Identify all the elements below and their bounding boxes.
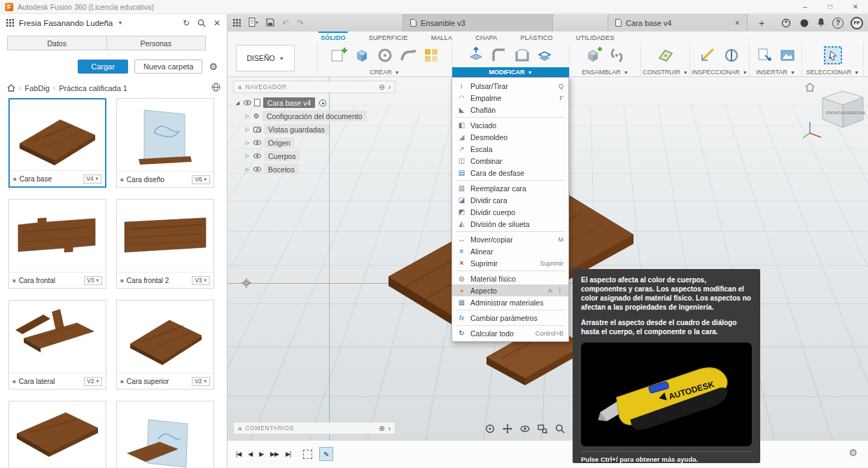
tab-malla[interactable]: MALLA xyxy=(429,32,455,41)
extrude-icon[interactable] xyxy=(353,46,371,64)
tab-chapa[interactable]: CHAPA xyxy=(473,32,499,41)
notifications-bell-icon[interactable] xyxy=(817,17,825,29)
expand-panel-icon[interactable]: › xyxy=(388,83,391,91)
offset-face-icon[interactable] xyxy=(536,46,554,64)
group-label-modificar[interactable]: MODIFICAR▼ xyxy=(452,67,569,77)
show-data-panel-icon[interactable] xyxy=(233,19,241,27)
version-dropdown[interactable]: V3▼ xyxy=(192,276,210,285)
breadcrumb-current[interactable]: Práctica calificada 1 xyxy=(59,84,127,92)
comments-panel-header[interactable]: « COMENTARIOS ⊕ › xyxy=(233,422,396,434)
tab-utilidades[interactable]: UTILIDADES xyxy=(574,32,617,41)
collapsed-triangle-icon[interactable]: ▷ xyxy=(244,167,251,172)
menu-item-chaflan[interactable]: Chaflán xyxy=(452,104,568,116)
collapsed-triangle-icon[interactable]: ▷ xyxy=(244,127,251,132)
timeline-sketch-feature-icon[interactable]: ✎ xyxy=(319,447,333,461)
file-card-cara-diseno[interactable]: ■Cara diseñoV6▼ xyxy=(116,98,214,188)
new-sketch-icon[interactable] xyxy=(330,46,348,64)
menu-item-calcular-todo[interactable]: Calcular todoControl+B xyxy=(452,327,568,339)
group-label-ensamblar[interactable]: ENSAMBLAR▼ xyxy=(570,67,640,77)
play-button[interactable]: ▶ xyxy=(259,450,263,457)
step-back-button[interactable]: ◀ xyxy=(248,450,252,457)
pattern-icon[interactable] xyxy=(422,46,440,64)
undo-icon[interactable]: ↶ xyxy=(282,19,289,27)
user-menu-caret-icon[interactable]: ▼ xyxy=(118,20,122,25)
menu-item-pulsar-tirar[interactable]: Pulsar/TirarQ xyxy=(452,80,568,92)
menu-item-desmoldeo[interactable]: Desmoldeo xyxy=(452,131,568,143)
job-status-icon[interactable] xyxy=(799,18,810,29)
search-icon[interactable] xyxy=(197,19,206,27)
tree-root-row[interactable]: ◢ Cara base v4 xyxy=(234,96,367,109)
tree-node-label[interactable]: Bocetos xyxy=(264,164,299,174)
expand-panel-icon2[interactable]: ⊕ xyxy=(379,425,384,432)
avatar[interactable]: FF xyxy=(850,17,863,29)
file-card-cara-frontal-2[interactable]: ■Cara frontal 2V3▼ xyxy=(116,199,214,289)
step-forward-button[interactable]: ▶▶ xyxy=(270,450,279,457)
expand-panel-icon[interactable]: › xyxy=(388,425,391,432)
minimize-button[interactable]: – xyxy=(792,0,818,14)
version-dropdown[interactable]: V2▼ xyxy=(84,377,102,386)
visibility-eye-icon[interactable] xyxy=(253,140,261,145)
more-options-icon[interactable]: ⋮ xyxy=(556,287,564,294)
version-dropdown[interactable]: V4▼ xyxy=(83,174,102,184)
help-icon[interactable]: ? xyxy=(832,18,844,29)
minimize-panel-icon[interactable]: ⊖ xyxy=(379,83,384,91)
version-dropdown[interactable]: V3▼ xyxy=(84,276,102,285)
shell-icon[interactable] xyxy=(513,46,531,64)
measure-icon[interactable] xyxy=(699,46,718,64)
tree-root-label[interactable]: Cara base v4 xyxy=(263,97,315,108)
collapse-left-icon[interactable]: « xyxy=(238,83,242,91)
fillet-icon[interactable] xyxy=(490,46,508,64)
go-to-start-button[interactable]: |◀ xyxy=(236,450,241,457)
expand-triangle-icon[interactable]: ◢ xyxy=(234,100,241,106)
file-card-cara-superior[interactable]: ■Cara superiorV2▼ xyxy=(116,300,214,390)
construction-plane-icon[interactable] xyxy=(657,46,675,64)
update-status-icon[interactable] xyxy=(780,18,792,29)
zoom-window-icon[interactable] xyxy=(538,424,547,434)
group-label-inspeccionar[interactable]: INSPECCIONAR▼ xyxy=(690,67,749,77)
home-icon[interactable] xyxy=(7,84,15,92)
tab-close-icon[interactable]: ✕ xyxy=(729,20,740,27)
menu-item-combinar[interactable]: Combinar xyxy=(452,155,568,167)
view-cube[interactable]: FRONTAL DERECHA xyxy=(803,83,868,142)
menu-item-suprimir[interactable]: SuprimirSuprimir xyxy=(452,257,568,269)
breadcrumb-root[interactable]: FabDig xyxy=(24,84,49,92)
tree-node-label[interactable]: Configuración del documento xyxy=(262,111,367,121)
tree-node-named-views[interactable]: ▷ Vistas guardadas xyxy=(244,123,367,136)
new-folder-button[interactable]: Nueva carpeta xyxy=(134,60,203,74)
revolve-icon[interactable] xyxy=(376,46,394,64)
refresh-icon[interactable]: ↻ xyxy=(183,19,190,27)
group-label-insertar[interactable]: INSERTAR▼ xyxy=(750,67,802,77)
menu-item-aspecto[interactable]: AspectoA⋮ xyxy=(452,284,568,296)
section-analysis-icon[interactable] xyxy=(722,46,741,64)
tree-node-label[interactable]: Origen xyxy=(264,137,295,148)
zoom-icon[interactable] xyxy=(555,424,565,434)
select-icon[interactable] xyxy=(822,45,844,66)
collapsed-triangle-icon[interactable]: ▷ xyxy=(244,153,251,159)
close-button[interactable]: ✕ xyxy=(843,0,868,14)
group-label-construir[interactable]: CONSTRUIR▼ xyxy=(641,67,690,77)
timeline-feature-icon[interactable] xyxy=(303,450,312,459)
tab-datos[interactable]: Datos xyxy=(8,36,106,50)
menu-item-material-fisico[interactable]: Material físico xyxy=(452,273,568,284)
menu-item-mover-copiar[interactable]: Mover/copiarM xyxy=(452,233,568,245)
design-workspace-dropdown[interactable]: DISEÑO ▼ xyxy=(236,45,295,71)
version-dropdown[interactable]: V2▼ xyxy=(192,377,210,386)
apps-grid-icon[interactable] xyxy=(6,19,14,27)
new-component-icon[interactable] xyxy=(584,46,603,64)
file-menu-icon[interactable] xyxy=(248,17,258,29)
pan-icon[interactable] xyxy=(503,424,512,434)
settings-gear-icon[interactable]: ⚙ xyxy=(848,447,858,458)
browser-panel-header[interactable]: « NAVEGADOR ⊖ › xyxy=(233,81,396,93)
file-card-partial[interactable] xyxy=(8,401,106,468)
menu-item-alinear[interactable]: Alinear xyxy=(452,245,568,257)
menu-item-dividir-cara[interactable]: Dividir cara xyxy=(452,194,568,206)
collapsed-triangle-icon[interactable]: ▷ xyxy=(244,113,251,119)
tree-node-sketches[interactable]: ▷ Bocetos xyxy=(244,163,367,176)
tree-node-label[interactable]: Cuerpos xyxy=(264,151,300,161)
tab-personas[interactable]: Personas xyxy=(106,36,206,50)
orbit-icon[interactable] xyxy=(485,424,495,434)
collapsed-triangle-icon[interactable]: ▷ xyxy=(244,140,251,146)
maximize-button[interactable]: □ xyxy=(818,0,843,14)
menu-item-vaciado[interactable]: Vaciado xyxy=(452,119,568,131)
upload-button[interactable]: Cargar xyxy=(78,60,128,74)
